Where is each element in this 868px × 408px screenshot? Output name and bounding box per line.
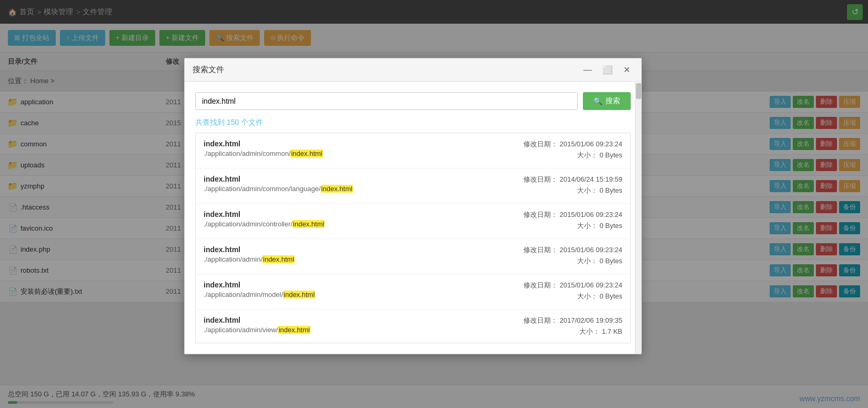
modal-close-button[interactable]: ✕	[620, 64, 633, 76]
modal-title: 搜索文件	[193, 65, 224, 75]
modal-scroll-thumb	[636, 83, 641, 99]
modal-scrollbar[interactable]	[635, 82, 641, 354]
result-item: index.html ./application/admin/common/in…	[196, 133, 630, 168]
result-path: ./application/admin/index.html	[204, 255, 295, 263]
modal-header: 搜索文件 — ⬜ ✕	[185, 58, 641, 82]
result-filename: index.html	[204, 210, 325, 218]
result-item: index.html ./application/admin/common/la…	[196, 168, 630, 204]
modal-controls: — ⬜ ✕	[580, 64, 633, 76]
result-item: index.html ./application/admin/index.htm…	[196, 239, 630, 274]
result-item: index.html ./application/admin/view/inde…	[196, 310, 630, 343]
result-path: ./application/admin/common/language/inde…	[204, 185, 353, 193]
result-left: index.html ./application/admin/index.htm…	[204, 245, 295, 263]
result-left: index.html ./application/admin/view/inde…	[204, 316, 310, 334]
search-row: 🔍 搜索	[195, 92, 631, 110]
result-filename: index.html	[204, 281, 315, 289]
result-right: 修改日期： 2015/01/06 09:23:24 大小： 0 Bytes	[517, 281, 622, 303]
search-submit-button[interactable]: 🔍 搜索	[583, 92, 631, 110]
search-input[interactable]	[195, 92, 578, 110]
result-filename: index.html	[204, 140, 323, 148]
result-right: 修改日期： 2017/02/06 19:09:35 大小： 1.7 KB	[517, 316, 622, 338]
result-filename: index.html	[204, 316, 310, 324]
result-left: index.html ./application/admin/common/la…	[204, 175, 353, 193]
result-path: ./application/admin/common/index.html	[204, 150, 323, 157]
result-item: index.html ./application/admin/controlle…	[196, 204, 630, 239]
search-icon: 🔍	[593, 97, 602, 105]
result-left: index.html ./application/admin/controlle…	[204, 210, 325, 228]
result-path: ./application/admin/model/index.html	[204, 291, 315, 298]
result-item: index.html ./application/admin/model/ind…	[196, 274, 630, 310]
result-left: index.html ./application/admin/common/in…	[204, 140, 323, 157]
result-path: ./application/admin/controller/index.htm…	[204, 220, 325, 228]
modal-body: 🔍 搜索 共查找到 150 个文件 index.html ./applicati…	[185, 82, 641, 354]
search-file-modal: 搜索文件 — ⬜ ✕ 🔍 搜索 共查找到 150 个文件 index.html …	[184, 58, 642, 354]
result-left: index.html ./application/admin/model/ind…	[204, 281, 315, 298]
result-filename: index.html	[204, 175, 353, 183]
result-filename: index.html	[204, 245, 295, 254]
result-right: 修改日期： 2015/01/06 09:23:24 大小： 0 Bytes	[517, 210, 622, 232]
result-right: 修改日期： 2015/01/06 09:23:24 大小： 0 Bytes	[517, 140, 622, 162]
modal-maximize-button[interactable]: ⬜	[599, 64, 616, 76]
result-list[interactable]: index.html ./application/admin/common/in…	[195, 133, 631, 343]
search-btn-label: 搜索	[605, 96, 620, 106]
result-path: ./application/admin/view/index.html	[204, 326, 310, 334]
result-right: 修改日期： 2014/06/24 15:19:59 大小： 0 Bytes	[517, 175, 622, 197]
modal-minimize-button[interactable]: —	[580, 64, 595, 76]
result-right: 修改日期： 2015/01/06 09:23:24 大小： 0 Bytes	[517, 245, 622, 267]
result-summary: 共查找到 150 个文件	[195, 118, 631, 127]
